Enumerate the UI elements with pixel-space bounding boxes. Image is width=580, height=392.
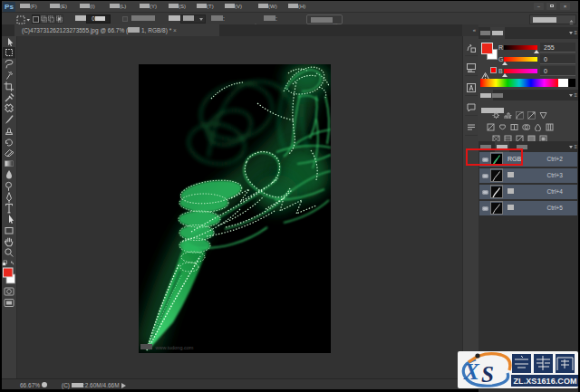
svg-text:ZL.XS1616.COM: ZL.XS1616.COM xyxy=(514,377,577,386)
svg-text:www.tudong.com: www.tudong.com xyxy=(154,345,194,350)
svg-text:S: S xyxy=(481,362,494,387)
svg-text:X: X xyxy=(463,359,480,384)
